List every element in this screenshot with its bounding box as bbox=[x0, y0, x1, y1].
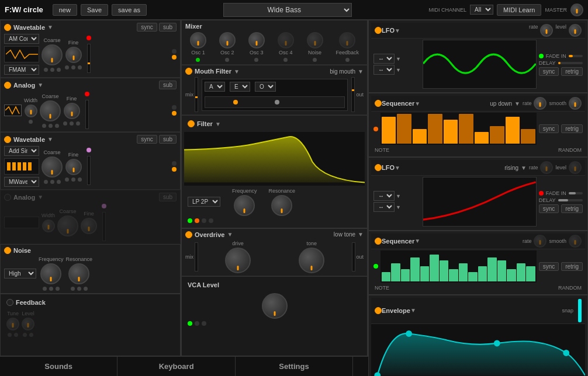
wavetable2-coarse-knob[interactable] bbox=[41, 156, 63, 177]
wavetable1-power[interactable] bbox=[4, 24, 11, 31]
wavetable1-sync[interactable]: sync bbox=[137, 23, 157, 32]
wavetable2-power[interactable] bbox=[4, 136, 11, 143]
analog1-coarse-knob[interactable] bbox=[40, 100, 61, 121]
wavetable1-fine-dot3[interactable] bbox=[78, 65, 82, 69]
nav-sounds[interactable]: Sounds bbox=[0, 357, 117, 376]
mixer-osc4-knob[interactable] bbox=[278, 32, 294, 48]
analog2-fine-knob[interactable] bbox=[81, 218, 97, 234]
wavetable1-sub[interactable]: sub bbox=[159, 23, 177, 32]
mixer-osc2-knob[interactable] bbox=[219, 32, 236, 48]
noise-f-dot1[interactable] bbox=[43, 287, 47, 291]
nav-settings[interactable]: Settings bbox=[236, 357, 353, 376]
seq1-bar-6[interactable] bbox=[475, 132, 489, 144]
filter-power[interactable] bbox=[188, 120, 195, 127]
seq1-bar-5[interactable] bbox=[459, 114, 473, 144]
lfo2-shape2-select[interactable]: ↔ bbox=[373, 202, 395, 212]
seq1-bar-9[interactable] bbox=[521, 129, 535, 144]
feedback-t-dot2[interactable] bbox=[14, 333, 18, 337]
save-as-button[interactable]: save as bbox=[112, 4, 147, 16]
lfo1-fade-slider[interactable] bbox=[569, 55, 583, 57]
wavetable2-wave-select[interactable]: MWave S bbox=[4, 177, 39, 187]
wavetable2-sub[interactable]: sub bbox=[159, 135, 177, 144]
noise-res-knob[interactable] bbox=[68, 263, 89, 284]
lfo2-retrig-btn[interactable]: retrig bbox=[561, 204, 583, 213]
seq1-bar-2[interactable] bbox=[413, 129, 427, 144]
mouth-vowel-e[interactable]: E bbox=[230, 82, 250, 92]
wavetable1-fine-dot2[interactable] bbox=[71, 65, 75, 69]
noise-freq-knob[interactable] bbox=[40, 263, 61, 284]
lfo2-level-knob[interactable] bbox=[569, 161, 582, 174]
wavetable1-coarse-dot1[interactable] bbox=[44, 68, 48, 72]
new-button[interactable]: new bbox=[53, 4, 77, 16]
seq2-bar-0[interactable] bbox=[382, 272, 390, 281]
lfo1-sync-btn[interactable]: sync bbox=[539, 67, 559, 76]
analog1-c-dot2[interactable] bbox=[49, 124, 53, 128]
overdrive-out-slider[interactable] bbox=[352, 242, 355, 271]
midi-learn-button[interactable]: MIDI Learn bbox=[497, 4, 541, 16]
filter-type-select[interactable]: LP 2P bbox=[188, 197, 220, 207]
lfo1-delay-slider[interactable] bbox=[558, 62, 583, 64]
mouth-filter-power[interactable] bbox=[185, 68, 192, 75]
analog1-fine-knob[interactable] bbox=[64, 103, 80, 119]
seq2-bar-7[interactable] bbox=[449, 269, 458, 281]
lfo1-rate-knob[interactable] bbox=[540, 24, 553, 37]
mouth-mix-slider[interactable] bbox=[195, 77, 198, 112]
seq1-bar-7[interactable] bbox=[490, 126, 504, 144]
seq2-retrig-btn[interactable]: retrig bbox=[561, 262, 583, 271]
lfo1-retrig-btn[interactable]: retrig bbox=[561, 67, 583, 76]
vca-level-knob[interactable] bbox=[262, 293, 288, 319]
mixer-osc1-dot[interactable] bbox=[196, 58, 200, 62]
analog2-power[interactable] bbox=[4, 194, 11, 201]
wavetable2-osc-select[interactable]: Add Sine bbox=[4, 146, 39, 156]
mixer-osc4-dot[interactable] bbox=[283, 58, 288, 62]
seq2-bar-2[interactable] bbox=[401, 269, 410, 281]
lfo2-fade-slider[interactable] bbox=[569, 192, 583, 194]
wavetable2-sync[interactable]: sync bbox=[137, 135, 157, 144]
analog1-power[interactable] bbox=[4, 82, 11, 89]
seq2-power[interactable] bbox=[375, 238, 382, 245]
lfo2-rate-knob[interactable] bbox=[540, 161, 553, 174]
lfo1-shape1-select[interactable]: ↔ bbox=[373, 54, 395, 64]
mouth-a-dot[interactable] bbox=[233, 100, 238, 105]
analog1-slider[interactable] bbox=[85, 100, 89, 129]
analog2-slider[interactable] bbox=[102, 212, 106, 241]
seq1-retrig-btn[interactable]: retrig bbox=[561, 124, 583, 133]
analog2-width-knob[interactable] bbox=[42, 220, 55, 232]
overdrive-power[interactable] bbox=[185, 231, 192, 238]
feedback-tune-knob[interactable] bbox=[6, 318, 19, 330]
mixer-fb-dot[interactable] bbox=[345, 58, 350, 62]
seq2-bar-10[interactable] bbox=[478, 266, 487, 281]
mixer-noise-dot[interactable] bbox=[313, 58, 317, 62]
wavetable2-f-dot1[interactable] bbox=[65, 177, 69, 182]
lfo2-shape1-select[interactable]: ↔ bbox=[373, 191, 395, 201]
preset-select[interactable]: Wide Bass bbox=[223, 3, 352, 17]
seq1-sync-btn[interactable]: sync bbox=[539, 124, 559, 133]
seq1-smooth-knob[interactable] bbox=[569, 97, 582, 110]
analog1-f-dot2[interactable] bbox=[70, 121, 74, 126]
seq2-bar-11[interactable] bbox=[487, 257, 496, 281]
overdrive-mix-slider[interactable] bbox=[195, 242, 198, 271]
seq2-bars[interactable] bbox=[381, 250, 537, 283]
save-button[interactable]: Save bbox=[81, 4, 108, 16]
seq1-bar-1[interactable] bbox=[397, 114, 411, 144]
seq2-bar-15[interactable] bbox=[526, 266, 535, 281]
wavetable2-slider[interactable] bbox=[87, 156, 91, 185]
master-knob[interactable] bbox=[570, 4, 583, 16]
seq1-rate-knob[interactable] bbox=[534, 97, 547, 110]
seq2-smooth-knob[interactable] bbox=[569, 235, 582, 248]
overdrive-tone-knob[interactable] bbox=[299, 248, 324, 273]
seq1-power[interactable] bbox=[375, 100, 382, 107]
wavetable1-wave-select[interactable]: FMAM bbox=[4, 65, 39, 75]
analog2-coarse-knob[interactable] bbox=[57, 215, 78, 236]
noise-f-dot3[interactable] bbox=[56, 287, 60, 291]
analog1-c-dot1[interactable] bbox=[42, 124, 46, 128]
lfo2-sync-btn[interactable]: sync bbox=[539, 204, 559, 213]
analog1-c-dot3[interactable] bbox=[55, 124, 59, 128]
analog1-w-dot1[interactable] bbox=[29, 120, 33, 124]
noise-f-dot2[interactable] bbox=[49, 287, 53, 291]
wavetable2-c-dot1[interactable] bbox=[44, 180, 48, 184]
envelope-display[interactable] bbox=[371, 324, 585, 376]
feedback-level-knob[interactable] bbox=[22, 318, 34, 330]
feedback-t-dot1[interactable] bbox=[8, 333, 12, 337]
noise-r-dot1[interactable] bbox=[71, 287, 75, 291]
